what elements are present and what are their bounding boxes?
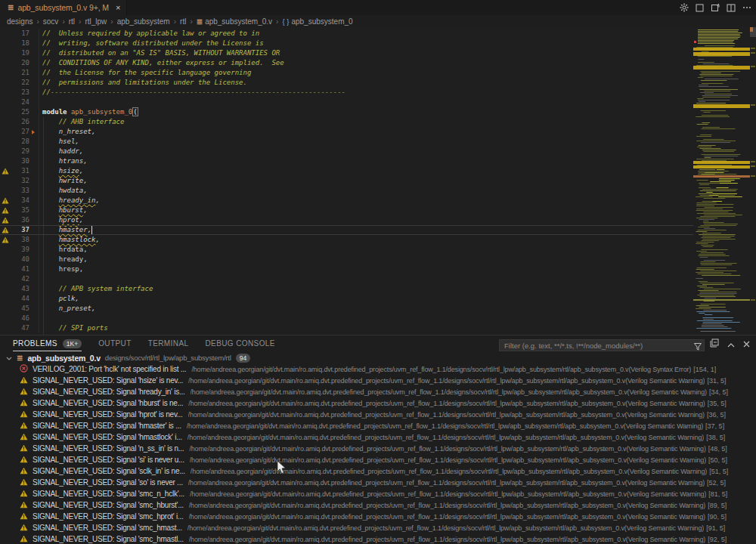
problem-row[interactable]: SIGNAL_NEVER_USED: Signal 'smc_hprot' i.… xyxy=(0,511,756,522)
code-line[interactable]: 40 hready, xyxy=(0,255,693,264)
editor-gutter[interactable]: 25 xyxy=(0,107,39,117)
problem-row[interactable]: SIGNAL_NEVER_USED: Signal 'smc_hburst'..… xyxy=(0,499,756,511)
editor-gutter[interactable]: 21 xyxy=(0,68,39,78)
code-line[interactable]: 36 hprot, xyxy=(0,215,693,225)
minimap[interactable] xyxy=(693,27,750,335)
editor-gutter[interactable]: 36 xyxy=(0,215,39,225)
code-line[interactable]: 18// writing, software distributed under… xyxy=(0,39,693,48)
code-line[interactable]: 21// the License for the specific langua… xyxy=(0,68,693,78)
code-line[interactable]: 43 // APB system interface xyxy=(0,284,693,294)
code-line[interactable]: 27 n_hreset, xyxy=(0,127,693,137)
breadcrumb-item-rtl[interactable]: rtl xyxy=(69,17,75,26)
problem-row[interactable]: SIGNAL_NEVER_USED: Signal 'hready_in' is… xyxy=(0,386,756,397)
square-icon[interactable] xyxy=(696,4,704,12)
breadcrumb-item-apb_subsystem[interactable]: apb_subsystem xyxy=(117,17,170,26)
problem-row[interactable]: SIGNAL_NEVER_USED: Signal 'smc_hmastl...… xyxy=(0,533,756,544)
editor-gutter[interactable]: 33 xyxy=(0,186,39,196)
code-line[interactable]: 19// distributed on an "AS IS" BASIS, WI… xyxy=(0,48,693,58)
code-line[interactable]: 31 hsize, xyxy=(0,166,693,176)
editor-gutter[interactable]: 42 xyxy=(0,274,39,284)
breadcrumb-item-designs[interactable]: designs xyxy=(7,17,33,26)
breadcrumb-item-socv[interactable]: socv xyxy=(43,17,59,26)
code-line[interactable]: 23//------------------------------------… xyxy=(0,88,693,97)
editor-gutter[interactable]: 24 xyxy=(0,97,39,107)
problem-row[interactable]: SIGNAL_NEVER_USED: Signal 'hburst' is ne… xyxy=(0,397,756,409)
code-line[interactable]: 35 hburst, xyxy=(0,206,693,215)
problem-row[interactable]: SIGNAL_NEVER_USED: Signal 'so' is never … xyxy=(0,477,756,488)
editor-gutter[interactable]: 22 xyxy=(0,78,39,88)
editor-gutter[interactable]: 20 xyxy=(0,58,39,68)
chevron-up-icon[interactable] xyxy=(727,337,735,351)
code-line[interactable]: 38 hmastlock, xyxy=(0,235,693,245)
split-editor-icon[interactable] xyxy=(727,4,736,12)
editor-gutter[interactable]: 23 xyxy=(0,88,39,97)
code-line[interactable]: 34 hready_in, xyxy=(0,196,693,206)
collapse-all-icon[interactable] xyxy=(710,337,719,351)
code-line[interactable]: 39 hrdata, xyxy=(0,245,693,255)
code-line[interactable]: 20// CONDITIONS OF ANY KIND, either expr… xyxy=(0,58,693,68)
problem-row[interactable]: SIGNAL_NEVER_USED: Signal 'hsize' is nev… xyxy=(0,375,756,386)
editor-gutter[interactable]: 26 xyxy=(0,117,39,127)
editor-gutter[interactable]: 40 xyxy=(0,255,39,264)
problem-row[interactable]: SIGNAL_NEVER_USED: Signal 'smc_n_hclk'..… xyxy=(0,488,756,499)
editor-gutter[interactable]: 37 xyxy=(0,225,39,235)
editor-gutter[interactable]: 32 xyxy=(0,176,39,186)
problem-row[interactable]: VERILOG_2001: Port 'hclk' not specified … xyxy=(0,363,756,375)
tab-close-icon[interactable]: × xyxy=(116,3,120,12)
editor-gutter[interactable]: 41 xyxy=(0,264,39,274)
problem-row[interactable]: SIGNAL_NEVER_USED: Signal 'hmaster' is .… xyxy=(0,420,756,431)
breadcrumb-item-apb_subsystem_0.v[interactable]: ≣apb_subsystem_0.v xyxy=(197,17,272,26)
editor-gutter[interactable]: 29 xyxy=(0,147,39,156)
editor-gutter[interactable]: 30 xyxy=(0,156,39,166)
code-line[interactable]: 22// permissions and limitations under t… xyxy=(0,78,693,88)
code-line[interactable]: 32 hwrite, xyxy=(0,176,693,186)
panel-tab-output[interactable]: OUTPUT xyxy=(98,336,132,351)
editor-gutter[interactable]: 38 xyxy=(0,235,39,245)
editor-gutter[interactable]: 34 xyxy=(0,196,39,206)
editor-gutter[interactable]: 44 xyxy=(0,294,39,304)
code-line[interactable]: 26 // AHB interface xyxy=(0,117,693,127)
breadcrumb-item-apb_subsystem_0[interactable]: { }apb_subsystem_0 xyxy=(282,17,352,26)
panel-tab-terminal[interactable]: TERMINAL xyxy=(148,336,189,351)
problem-row[interactable]: SIGNAL_NEVER_USED: Signal 'si' is never … xyxy=(0,454,756,465)
problem-row[interactable]: SIGNAL_NEVER_USED: Signal 'hmastlock' i.… xyxy=(0,431,756,443)
code-line[interactable]: 46 xyxy=(0,314,693,323)
problems-file-group[interactable]: ≣ apb_subsystem_0.v designs/socv/rtl/rtl… xyxy=(0,352,756,363)
editor-gutter[interactable]: 17 xyxy=(0,29,39,39)
editor-gutter[interactable]: 35 xyxy=(0,206,39,215)
code-line[interactable]: 17// Unless required by applicable law o… xyxy=(0,29,693,39)
code-line[interactable]: 44 pclk, xyxy=(0,294,693,304)
code-editor[interactable]: 17// Unless required by applicable law o… xyxy=(0,27,756,335)
code-line[interactable]: 25module apb_subsystem_0( xyxy=(0,107,693,117)
problem-row[interactable]: SIGNAL_NEVER_USED: Signal 'smc_hmast.../… xyxy=(0,522,756,533)
code-line[interactable]: 41 hresp, xyxy=(0,264,693,274)
tab-apb-subsystem-0[interactable]: ≣ apb_subsystem_0.v 9+, M × xyxy=(0,0,127,15)
gear-icon[interactable] xyxy=(680,3,689,12)
code-line[interactable]: 24 xyxy=(0,97,693,107)
code-line[interactable]: 42 xyxy=(0,274,693,284)
problem-row[interactable]: SIGNAL_NEVER_USED: Signal 'sclk_in' is n… xyxy=(0,465,756,477)
code-line[interactable]: 33 hwdata, xyxy=(0,186,693,196)
editor-gutter[interactable]: 28 xyxy=(0,137,39,147)
more-actions-icon[interactable] xyxy=(742,6,751,9)
editor-gutter[interactable]: 46 xyxy=(0,314,39,323)
editor-gutter[interactable]: 45 xyxy=(0,304,39,314)
code-line[interactable]: 37 hmaster, xyxy=(0,225,693,235)
code-line[interactable]: 30 htrans, xyxy=(0,156,693,166)
breadcrumb-item-rtl[interactable]: rtl xyxy=(180,17,186,26)
panel-tab-problems[interactable]: PROBLEMS1K+ xyxy=(13,336,82,351)
editor-gutter[interactable]: 43 xyxy=(0,284,39,294)
editor-gutter[interactable]: 18 xyxy=(0,39,39,48)
restore-editor-icon[interactable] xyxy=(711,3,720,12)
panel-tab-debug-console[interactable]: DEBUG CONSOLE xyxy=(205,336,274,351)
editor-gutter[interactable]: 39 xyxy=(0,245,39,255)
code-line[interactable]: 47 // SPI ports xyxy=(0,323,693,333)
problem-row[interactable]: SIGNAL_NEVER_USED: Signal 'n_ss_in' is n… xyxy=(0,443,756,454)
editor-gutter[interactable]: 31 xyxy=(0,166,39,176)
overview-ruler-scrollbar[interactable] xyxy=(750,27,756,335)
filter-input[interactable] xyxy=(499,339,705,351)
code-line[interactable]: 45 n_preset, xyxy=(0,304,693,314)
editor-gutter[interactable]: 19 xyxy=(0,48,39,58)
editor-gutter[interactable]: 27 xyxy=(0,127,39,137)
close-panel-icon[interactable] xyxy=(743,337,750,351)
